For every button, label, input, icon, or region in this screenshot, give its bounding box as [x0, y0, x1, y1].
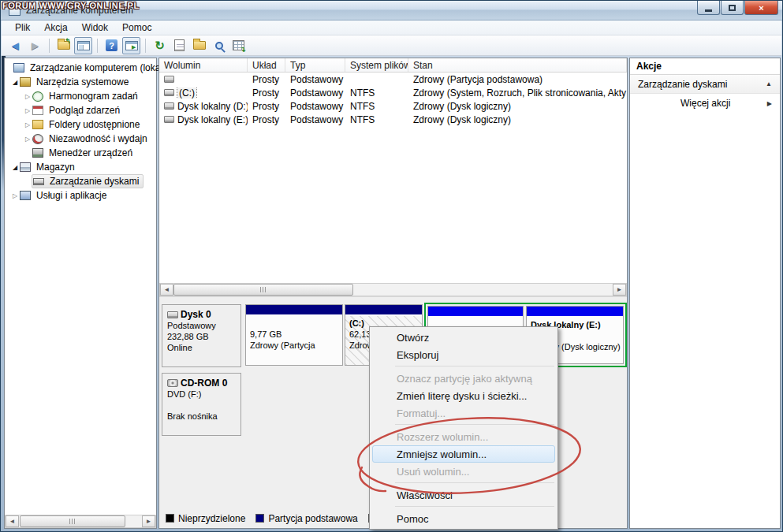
maximize-button[interactable] [721, 1, 744, 15]
refresh-button[interactable]: ↻ [151, 37, 169, 54]
column-header-uklad[interactable]: Układ [248, 58, 285, 72]
properties-button[interactable] [170, 37, 188, 54]
forward-icon: ► [29, 39, 41, 51]
expander-open-icon[interactable] [11, 164, 19, 171]
actions-group-disk-management[interactable]: Zarządzanie dyskami ▲ [630, 75, 780, 94]
menu-item-pomoc[interactable]: Pomoc [372, 510, 555, 527]
scroll-track[interactable] [19, 515, 142, 527]
scroll-track[interactable] [173, 284, 613, 296]
sidebar-item-computer-management[interactable]: Zarządzanie komputerem (loka [5, 61, 156, 75]
more-actions-item[interactable]: Więcej akcji ▶ [630, 94, 780, 113]
volume-name: Dysk lokalny (D:) [177, 101, 248, 112]
menu-plik[interactable]: Plik [8, 21, 37, 34]
search-icon [215, 42, 223, 50]
close-button[interactable]: × [744, 1, 778, 15]
menu-item-eksploruj[interactable]: Eksploruj [372, 346, 555, 363]
menu-item-wlasciwosci[interactable]: Właściwości [372, 486, 555, 504]
volume-row[interactable]: Dysk lokalny (D:) Prosty Podstawowy NTFS… [159, 99, 627, 113]
tree-horizontal-scrollbar[interactable]: ◄ ► [5, 515, 156, 528]
properties-icon [174, 39, 185, 51]
volume-row[interactable]: Prosty Podstawowy Zdrowy (Partycja podst… [159, 73, 627, 86]
up-level-button[interactable] [54, 37, 73, 54]
logical-drive-strip [428, 307, 523, 317]
volume-row[interactable]: (C:) Prosty Podstawowy NTFS Zdrowy (Syst… [159, 86, 627, 99]
storage-icon [20, 162, 31, 172]
sidebar-item-device-manager[interactable]: Menedżer urządzeń [5, 146, 156, 160]
menu-item-zmniejsz-wolumin[interactable]: Zmniejsz wolumin... [372, 445, 555, 463]
expander-closed-icon[interactable] [24, 136, 32, 143]
legend-label: Nieprzydzielone [178, 513, 245, 524]
help-button[interactable]: ? [103, 37, 121, 54]
performance-gauge-icon [32, 134, 43, 144]
volume-list-horizontal-scrollbar[interactable]: ◄ ► [159, 283, 627, 296]
open-button[interactable] [190, 37, 208, 54]
collapse-icon[interactable]: ▲ [766, 80, 772, 87]
console-tree-panel: Zarządzanie komputerem (loka Narzędzia s… [4, 58, 157, 529]
disk0-label-box[interactable]: Dysk 0 Podstawowy 232,88 GB Online [162, 304, 241, 367]
sidebar-item-system-tools[interactable]: Narzędzia systemowe [5, 75, 156, 89]
menu-widok[interactable]: Widok [75, 21, 115, 34]
computer-icon [13, 63, 24, 73]
export-list-button[interactable] [229, 37, 248, 54]
legend-item-unallocated: Nieprzydzielone [166, 513, 245, 524]
menu-item-otworz[interactable]: Otwórz [372, 329, 555, 346]
expander-closed-icon[interactable] [24, 93, 32, 100]
volume-icon [164, 116, 174, 123]
unallocated-swatch-icon [166, 514, 174, 523]
sidebar-item-storage[interactable]: Magazyn [5, 160, 156, 174]
refresh-icon: ↻ [155, 39, 165, 51]
menu-item-usun-wolumin: Usuń wolumin... [372, 463, 555, 480]
column-header-typ[interactable]: Typ [285, 58, 345, 72]
menu-separator [395, 424, 554, 425]
folder-up-icon [58, 41, 70, 50]
column-header-system-plikow[interactable]: System plików [345, 58, 408, 72]
menu-item-zmien-litere[interactable]: Zmień literę dysku i ścieżki... [372, 387, 555, 404]
menu-item-rozszerz-wolumin: Rozszerz wolumin... [372, 428, 555, 445]
forward-button[interactable]: ► [26, 37, 44, 54]
search-button[interactable] [210, 37, 228, 54]
sidebar-item-event-viewer[interactable]: Podgląd zdarzeń [5, 103, 156, 117]
cdrom-drive-letter: DVD (F:) [167, 389, 237, 400]
scroll-right-arrow[interactable]: ► [613, 284, 626, 296]
show-action-pane-button[interactable] [122, 37, 140, 54]
menu-pomoc[interactable]: Pomoc [115, 21, 158, 34]
cdrom-label-box[interactable]: CD-ROM 0 DVD (F:) Brak nośnika [162, 373, 241, 436]
sidebar-item-reliability[interactable]: Niezawodność i wydajn [5, 132, 156, 146]
expander-open-icon[interactable] [11, 79, 19, 86]
show-console-tree-button[interactable] [74, 37, 92, 54]
sidebar-item-label: Zarządzanie komputerem (loka [28, 61, 162, 74]
volume-type: Podstawowy [285, 74, 345, 85]
expander-closed-icon[interactable] [24, 121, 32, 128]
volume-row[interactable]: Dysk lokalny (E:) Prosty Podstawowy NTFS… [159, 113, 627, 126]
scroll-left-arrow[interactable]: ◄ [160, 284, 173, 296]
minimize-button[interactable] [697, 1, 720, 15]
scroll-thumb[interactable] [20, 515, 125, 527]
volume-icon [164, 89, 174, 96]
back-button[interactable]: ◄ [6, 37, 24, 54]
partition-status: Zdrowy (Partycja [250, 340, 338, 351]
volume-layout: Prosty [248, 87, 285, 99]
computer-management-window: Zarządzanie komputerem × FORUM WWW.GRY-O… [0, 0, 783, 532]
partition-recovery[interactable]: 9,77 GB Zdrowy (Partycja [245, 304, 343, 366]
volume-fs: NTFS [345, 101, 408, 112]
menu-separator [395, 366, 554, 366]
sidebar-item-services-applications[interactable]: Usługi i aplikacje [5, 188, 156, 203]
sidebar-item-shared-folders[interactable]: Foldery udostępnione [5, 117, 156, 132]
volume-type: Podstawowy [285, 87, 345, 99]
column-header-wolumin[interactable]: Wolumin [159, 58, 248, 72]
scroll-thumb[interactable] [173, 284, 353, 296]
partition-size: 9,77 GB [250, 329, 338, 340]
window-controls: × [696, 1, 778, 15]
menu-item-formatuj: Formatuj... [372, 404, 555, 422]
menu-akcja[interactable]: Akcja [37, 21, 74, 34]
expander-closed-icon[interactable] [11, 192, 19, 199]
scroll-right-arrow[interactable]: ► [142, 515, 155, 527]
column-header-stan[interactable]: Stan [408, 58, 627, 72]
sidebar-item-task-scheduler[interactable]: Harmonogram zadań [5, 89, 156, 103]
sidebar-item-disk-management[interactable]: Zarządzanie dyskami [5, 174, 156, 188]
scroll-left-arrow[interactable]: ◄ [6, 515, 19, 527]
toolbar-separator [49, 39, 50, 53]
expander-closed-icon[interactable] [24, 107, 32, 114]
toolbar-separator [145, 39, 146, 53]
primary-partition-swatch-icon [255, 514, 264, 523]
